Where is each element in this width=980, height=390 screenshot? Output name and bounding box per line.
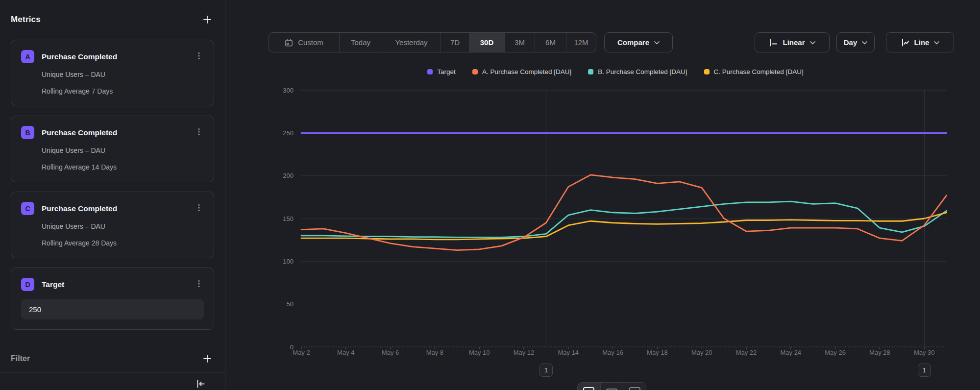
chevron-down-icon xyxy=(810,41,815,45)
add-metric-button[interactable] xyxy=(200,13,214,26)
y-tick-label: 50 xyxy=(287,300,294,308)
notes-view-button[interactable] xyxy=(623,383,646,390)
chart-view-icon xyxy=(583,387,594,390)
legend-swatch xyxy=(704,69,710,74)
chart-type-label: Line xyxy=(914,38,930,47)
chevron-down-icon xyxy=(934,41,939,45)
y-tick-label: 200 xyxy=(283,172,294,179)
chart-view-control xyxy=(577,382,646,390)
annotation-badge[interactable]: 1 xyxy=(918,364,931,377)
date-range-control: Custom Today Yesterday 7D 30D 3M 6M 12M xyxy=(269,32,596,52)
x-tick-label: May 24 xyxy=(780,349,801,356)
plus-icon xyxy=(202,15,212,24)
metrics-panel-title: Metrics xyxy=(11,15,41,24)
x-tick-label: May 10 xyxy=(469,349,490,356)
range-yesterday-button[interactable]: Yesterday xyxy=(382,33,441,52)
chevron-down-icon xyxy=(862,41,867,45)
metric-badge-b: B xyxy=(21,126,34,139)
range-3m-button[interactable]: 3M xyxy=(505,33,535,52)
chart-legend: Target A. Purchase Completed [DAU] B. Pu… xyxy=(275,68,956,75)
legend-item-a[interactable]: A. Purchase Completed [DAU] xyxy=(472,68,571,75)
range-label: Custom xyxy=(298,38,323,47)
target-title: Target xyxy=(42,280,187,289)
axis-scale-icon xyxy=(769,39,778,47)
metric-transform: Rolling Average 28 Days xyxy=(42,239,204,247)
legend-item-c[interactable]: C. Purchase Completed [DAU] xyxy=(704,68,804,75)
legend-item-target[interactable]: Target xyxy=(427,68,456,75)
target-card[interactable]: D Target 250 xyxy=(11,268,214,330)
metric-card-a[interactable]: A Purchase Completed Unique Users – DAU … xyxy=(11,40,214,106)
x-tick-label: May 26 xyxy=(825,349,846,356)
chart-toolbar: Custom Today Yesterday 7D 30D 3M 6M 12M … xyxy=(226,32,980,52)
y-tick-label: 150 xyxy=(283,215,294,222)
range-12m-button[interactable]: 12M xyxy=(566,33,596,52)
metrics-dashboard: Metrics A Purchase Completed Unique User… xyxy=(0,0,980,390)
x-tick-label: May 16 xyxy=(602,349,623,356)
chart-type-select[interactable]: Line xyxy=(886,32,954,52)
metric-title: Purchase Completed xyxy=(42,128,187,137)
metric-card-c[interactable]: C Purchase Completed Unique Users – DAU … xyxy=(11,192,214,258)
x-tick-label: May 2 xyxy=(293,349,310,356)
metric-title: Purchase Completed xyxy=(42,52,187,61)
target-badge-d: D xyxy=(21,278,34,291)
chart-view-button[interactable] xyxy=(578,383,601,390)
metric-menu-button[interactable] xyxy=(194,202,204,215)
collapse-left-icon xyxy=(196,379,206,390)
compare-label: Compare xyxy=(617,38,649,47)
target-value-input[interactable]: 250 xyxy=(21,299,204,319)
y-tick-label: 250 xyxy=(283,129,294,137)
filter-title: Filter xyxy=(11,354,30,363)
metrics-sidebar: Metrics A Purchase Completed Unique User… xyxy=(0,0,225,390)
legend-label: Target xyxy=(437,68,456,75)
range-custom-button[interactable]: Custom xyxy=(269,33,340,52)
metric-badge-a: A xyxy=(21,50,34,63)
range-today-button[interactable]: Today xyxy=(340,33,382,52)
range-30d-button[interactable]: 30D xyxy=(469,33,505,52)
x-tick-label: May 22 xyxy=(736,349,757,356)
range-6m-button[interactable]: 6M xyxy=(535,33,566,52)
compare-button[interactable]: Compare xyxy=(604,32,673,52)
add-filter-button[interactable] xyxy=(200,352,214,366)
metric-menu-button[interactable] xyxy=(194,126,204,139)
scale-label: Linear xyxy=(783,38,805,47)
metric-transform: Rolling Average 7 Days xyxy=(42,87,204,95)
notes-view-icon xyxy=(629,387,640,390)
sidebar-footer-divider xyxy=(0,372,225,373)
chart-panel: Custom Today Yesterday 7D 30D 3M 6M 12M … xyxy=(226,0,980,390)
metric-card-b[interactable]: B Purchase Completed Unique Users – DAU … xyxy=(11,116,214,182)
legend-swatch xyxy=(588,69,593,74)
metric-measure: Unique Users – DAU xyxy=(42,222,204,230)
legend-item-b[interactable]: B. Purchase Completed [DAU] xyxy=(588,68,687,75)
collapse-sidebar-button[interactable] xyxy=(196,379,206,390)
legend-label: B. Purchase Completed [DAU] xyxy=(598,68,687,75)
plus-icon xyxy=(202,354,212,364)
calendar-icon xyxy=(285,39,293,47)
x-tick-label: May 12 xyxy=(514,349,535,356)
metric-measure: Unique Users – DAU xyxy=(42,146,204,154)
chevron-down-icon xyxy=(654,41,660,45)
range-7d-button[interactable]: 7D xyxy=(441,33,469,52)
metric-badge-c: C xyxy=(21,202,34,215)
metric-transform: Rolling Average 14 Days xyxy=(42,163,204,171)
annotation-badge[interactable]: 1 xyxy=(539,364,553,377)
legend-label: A. Purchase Completed [DAU] xyxy=(482,68,571,75)
target-menu-button[interactable] xyxy=(194,278,204,291)
x-tick-label: May 4 xyxy=(337,349,354,356)
x-tick-label: May 28 xyxy=(869,349,890,356)
legend-swatch xyxy=(427,69,433,74)
table-view-button[interactable] xyxy=(601,383,624,390)
kebab-icon xyxy=(195,203,203,212)
legend-swatch xyxy=(472,69,478,74)
toolbar-spacer xyxy=(673,32,755,52)
interval-select[interactable]: Day xyxy=(836,32,875,52)
legend-label: C. Purchase Completed [DAU] xyxy=(714,68,804,75)
line-chart[interactable]: 050100150200250300May 2May 4May 6May 8Ma… xyxy=(275,86,961,361)
kebab-icon xyxy=(195,127,203,136)
scale-select[interactable]: Linear xyxy=(755,32,830,52)
x-tick-label: May 8 xyxy=(426,349,443,356)
x-tick-label: May 20 xyxy=(691,349,712,356)
x-tick-label: May 14 xyxy=(558,349,579,356)
metric-menu-button[interactable] xyxy=(194,50,204,63)
interval-label: Day xyxy=(844,38,858,47)
series-b xyxy=(301,201,947,237)
